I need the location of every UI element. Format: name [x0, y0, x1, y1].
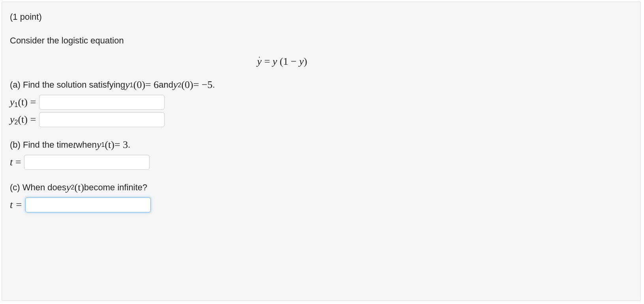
part-c-answer-row: t = [10, 197, 633, 212]
problem-panel: (1 point) Consider the logistic equation… [2, 2, 641, 301]
part-c-prefix: (c) When does [10, 181, 66, 194]
part-c-suffix: become infinite? [84, 181, 147, 194]
y1-label-arg: (t) [18, 96, 28, 108]
y2-zero-arg: (0) [181, 77, 193, 92]
part-c-yvar: y [66, 180, 71, 195]
part-c-prompt: (c) When does y2(t) become infinite? [10, 180, 633, 195]
part-c-t-label-text: t = [10, 199, 22, 210]
part-a-suffix: . [213, 79, 215, 91]
y1-zero-sub: 1 [130, 81, 133, 90]
part-c-ysub: 2 [71, 183, 75, 192]
y1-label: y1(t) = [10, 95, 36, 110]
part-b-mid: when [76, 139, 97, 151]
y1-input[interactable] [39, 95, 165, 110]
part-a-between: and [159, 79, 173, 91]
points-label: (1 point) [10, 11, 633, 23]
part-b-ysub: 1 [101, 140, 105, 149]
y1-zero-eq: = 6 [145, 77, 159, 92]
part-a-prompt: (a) Find the solution satisfying y1(0) =… [10, 77, 633, 92]
part-c-t-label: t = [10, 197, 22, 212]
part-b-prompt: (b) Find the time t when y1(t) = 3. [10, 137, 633, 152]
y1-zero-var: y [125, 77, 130, 92]
y2-zero-var: y [173, 77, 178, 92]
part-b-yeq: = 3 [114, 137, 128, 152]
intro-text: Consider the logistic equation [10, 34, 633, 47]
y2-label-var: y [10, 114, 15, 125]
part-b-yarg: (t) [105, 137, 114, 152]
y2-zero-eq: = −5 [193, 77, 213, 92]
y2-zero-sub: 2 [178, 81, 181, 90]
y2-label: y2(t) = [10, 112, 36, 127]
logistic-equation: .y = y (1 − y) [183, 54, 381, 69]
part-b-t-label-eq: = [13, 156, 21, 168]
part-a-prefix: (a) Find the solution satisfying [10, 79, 125, 91]
part-b-suffix: . [128, 139, 130, 151]
y2-answer-row: y2(t) = [10, 112, 633, 127]
part-b-t-input[interactable] [24, 155, 150, 170]
y2-label-eq: = [28, 114, 36, 125]
y2-input[interactable] [39, 112, 165, 127]
part-b-t-label: t = [10, 155, 21, 170]
part-c-t-input[interactable] [25, 197, 151, 212]
y1-label-var: y [10, 96, 15, 108]
y1-label-eq: = [28, 96, 36, 108]
y1-answer-row: y1(t) = [10, 95, 633, 110]
part-b-yvar: y [97, 137, 101, 152]
y1-zero-arg: (0) [133, 77, 145, 92]
part-b-answer-row: t = [10, 155, 633, 170]
part-c-yarg: (t) [75, 180, 84, 195]
y2-label-arg: (t) [18, 114, 28, 125]
part-b-prefix: (b) Find the time [10, 139, 73, 151]
